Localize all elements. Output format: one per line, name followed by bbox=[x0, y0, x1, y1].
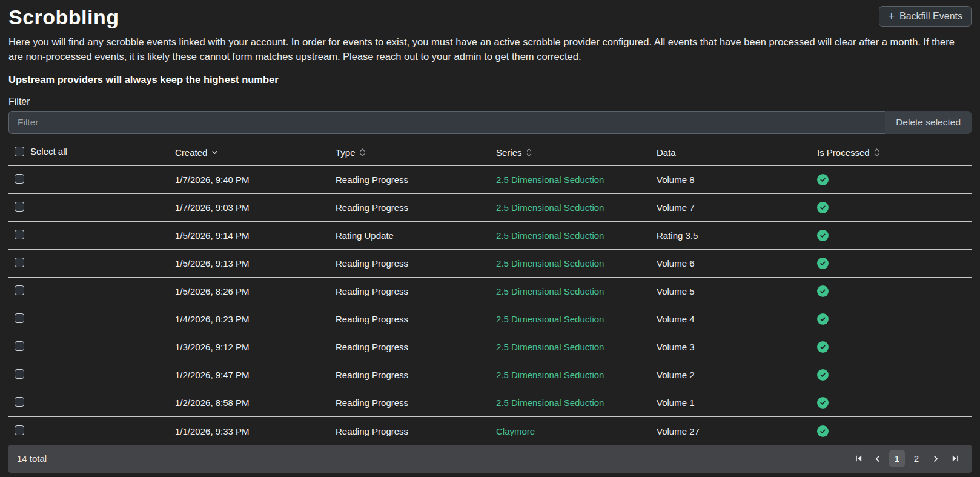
first-page-button[interactable] bbox=[850, 450, 866, 467]
page-note: Upstream providers will always keep the … bbox=[8, 74, 972, 85]
created-cell: 1/4/2026, 8:23 PM bbox=[169, 305, 329, 333]
type-cell: Reading Progress bbox=[329, 305, 490, 333]
created-cell: 1/5/2026, 9:14 PM bbox=[169, 222, 329, 250]
column-series[interactable]: Series bbox=[490, 139, 651, 166]
column-is-processed-label: Is Processed bbox=[817, 147, 870, 158]
type-cell: Reading Progress bbox=[329, 194, 490, 222]
data-cell: Volume 5 bbox=[651, 278, 811, 305]
column-select-all: Select all bbox=[8, 139, 169, 166]
data-cell: Volume 4 bbox=[651, 305, 811, 333]
processed-check-icon bbox=[817, 341, 829, 353]
column-data: Data bbox=[651, 139, 811, 166]
table-row: 1/3/2026, 9:12 PM Reading Progress 2.5 D… bbox=[8, 333, 972, 361]
data-cell: Volume 3 bbox=[651, 333, 811, 361]
table-row: 1/7/2026, 9:40 PM Reading Progress 2.5 D… bbox=[8, 166, 972, 194]
type-cell: Reading Progress bbox=[329, 250, 490, 278]
page-header: Scrobbling + Backfill Events bbox=[8, 4, 972, 30]
row-checkbox[interactable] bbox=[15, 174, 24, 184]
skip-end-icon bbox=[951, 454, 960, 463]
type-cell: Reading Progress bbox=[329, 166, 490, 194]
series-link[interactable]: 2.5 Dimensional Seduction bbox=[496, 398, 604, 408]
type-cell: Reading Progress bbox=[329, 361, 490, 389]
type-cell: Rating Update bbox=[329, 222, 490, 250]
scrobble-events-table: Select all Created Type bbox=[8, 139, 972, 445]
processed-check-icon bbox=[817, 369, 829, 381]
row-checkbox[interactable] bbox=[15, 285, 24, 295]
type-cell: Reading Progress bbox=[329, 278, 490, 305]
prev-page-button[interactable] bbox=[870, 450, 886, 467]
next-page-button[interactable] bbox=[928, 450, 944, 467]
processed-check-icon bbox=[817, 230, 829, 241]
row-checkbox[interactable] bbox=[15, 230, 24, 239]
series-link[interactable]: 2.5 Dimensional Seduction bbox=[496, 342, 604, 352]
series-link[interactable]: 2.5 Dimensional Seduction bbox=[496, 230, 604, 241]
type-cell: Reading Progress bbox=[329, 389, 490, 417]
row-checkbox[interactable] bbox=[15, 397, 24, 407]
processed-check-icon bbox=[817, 174, 829, 185]
series-link[interactable]: 2.5 Dimensional Seduction bbox=[496, 258, 604, 269]
series-link[interactable]: 2.5 Dimensional Seduction bbox=[496, 286, 604, 296]
sort-both-icon bbox=[874, 148, 879, 157]
column-type[interactable]: Type bbox=[329, 139, 490, 166]
delete-selected-button[interactable]: Delete selected bbox=[885, 111, 972, 134]
scrobbling-page: Scrobbling + Backfill Events Here you wi… bbox=[0, 0, 980, 473]
backfill-events-button[interactable]: + Backfill Events bbox=[879, 6, 972, 27]
column-created[interactable]: Created bbox=[169, 139, 329, 166]
processed-check-icon bbox=[817, 285, 829, 297]
table-row: 1/2/2026, 9:47 PM Reading Progress 2.5 D… bbox=[8, 361, 972, 389]
row-checkbox[interactable] bbox=[15, 369, 24, 379]
row-checkbox[interactable] bbox=[15, 258, 24, 267]
column-is-processed[interactable]: Is Processed bbox=[811, 139, 972, 166]
series-link[interactable]: 2.5 Dimensional Seduction bbox=[496, 314, 604, 324]
created-cell: 1/5/2026, 8:26 PM bbox=[169, 278, 329, 305]
column-series-label: Series bbox=[496, 147, 522, 158]
last-page-button[interactable] bbox=[947, 450, 963, 467]
processed-check-icon bbox=[817, 313, 829, 325]
series-link[interactable]: 2.5 Dimensional Seduction bbox=[496, 202, 604, 213]
type-cell: Reading Progress bbox=[329, 333, 490, 361]
total-count: 14 total bbox=[17, 453, 47, 464]
created-cell: 1/2/2026, 9:47 PM bbox=[169, 361, 329, 389]
plus-icon: + bbox=[888, 12, 895, 21]
row-checkbox[interactable] bbox=[15, 202, 24, 212]
chevron-left-icon bbox=[873, 455, 882, 463]
filter-input[interactable] bbox=[8, 111, 885, 134]
page-2-button[interactable]: 2 bbox=[909, 450, 924, 467]
table-footer: 14 total 1 2 bbox=[8, 445, 972, 473]
created-cell: 1/7/2026, 9:03 PM bbox=[169, 194, 329, 222]
backfill-events-label: Backfill Events bbox=[899, 11, 962, 22]
row-checkbox[interactable] bbox=[15, 341, 24, 351]
sort-both-icon bbox=[360, 148, 365, 157]
sort-desc-icon bbox=[211, 149, 218, 156]
select-all-checkbox[interactable] bbox=[15, 147, 24, 156]
column-type-label: Type bbox=[336, 147, 356, 158]
data-cell: Volume 6 bbox=[651, 250, 811, 278]
table-row: 1/7/2026, 9:03 PM Reading Progress 2.5 D… bbox=[8, 194, 972, 222]
select-all-label: Select all bbox=[30, 146, 67, 156]
pagination: 1 2 bbox=[850, 450, 963, 467]
filter-label: Filter bbox=[8, 96, 972, 107]
page-description: Here you will find any scrobble events l… bbox=[8, 35, 972, 64]
series-link[interactable]: 2.5 Dimensional Seduction bbox=[496, 370, 604, 380]
row-checkbox[interactable] bbox=[15, 313, 24, 323]
page-1-button[interactable]: 1 bbox=[889, 450, 905, 467]
created-cell: 1/1/2026, 9:33 PM bbox=[169, 417, 329, 445]
table-row: 1/5/2026, 8:26 PM Reading Progress 2.5 D… bbox=[8, 278, 972, 305]
data-cell: Volume 2 bbox=[651, 361, 811, 389]
sort-both-icon bbox=[526, 148, 532, 157]
table-row: 1/1/2026, 9:33 PM Reading Progress Claym… bbox=[8, 417, 972, 445]
chevron-right-icon bbox=[932, 455, 940, 463]
created-cell: 1/5/2026, 9:13 PM bbox=[169, 250, 329, 278]
created-cell: 1/7/2026, 9:40 PM bbox=[169, 166, 329, 194]
data-cell: Volume 27 bbox=[651, 417, 811, 445]
type-cell: Reading Progress bbox=[329, 417, 490, 445]
table-row: 1/4/2026, 8:23 PM Reading Progress 2.5 D… bbox=[8, 305, 972, 333]
table-row: 1/2/2026, 8:58 PM Reading Progress 2.5 D… bbox=[8, 389, 972, 417]
column-created-label: Created bbox=[175, 147, 207, 158]
page-title: Scrobbling bbox=[8, 4, 119, 30]
data-cell: Volume 7 bbox=[651, 194, 811, 222]
row-checkbox[interactable] bbox=[15, 425, 24, 435]
series-link[interactable]: Claymore bbox=[496, 426, 535, 436]
table-row: 1/5/2026, 9:13 PM Reading Progress 2.5 D… bbox=[8, 250, 972, 278]
series-link[interactable]: 2.5 Dimensional Seduction bbox=[496, 175, 604, 185]
